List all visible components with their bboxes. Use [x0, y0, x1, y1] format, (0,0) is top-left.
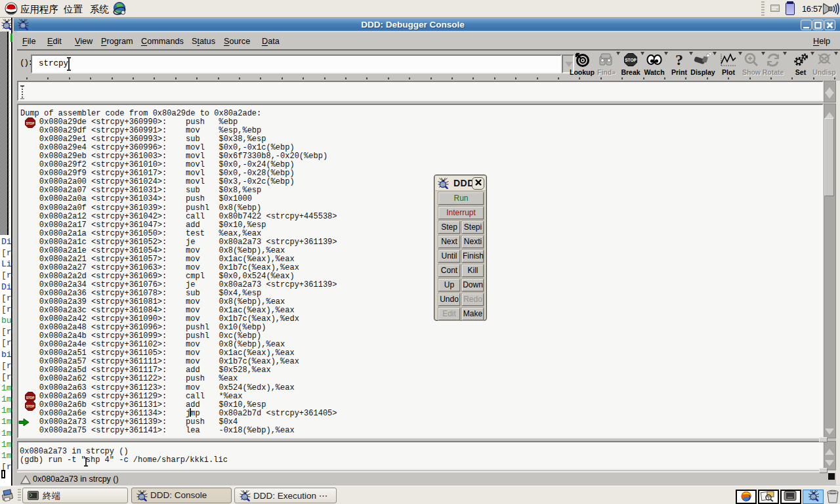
svg-text:STOP: STOP: [26, 404, 34, 408]
svg-text:STOP: STOP: [625, 58, 637, 62]
svg-text:STOP: STOP: [26, 122, 34, 125]
svg-text:STOP: STOP: [26, 396, 34, 399]
svg-text:?: ?: [675, 52, 683, 68]
